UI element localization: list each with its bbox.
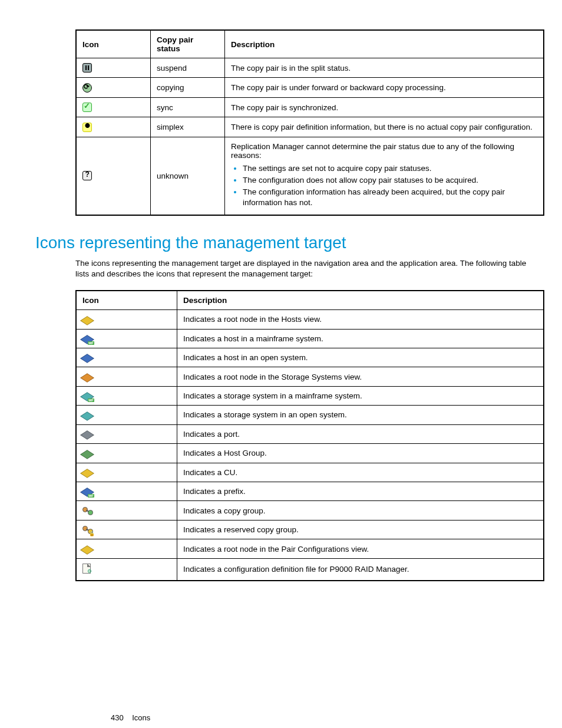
cu-icon (82, 469, 92, 477)
reserved-copy-group-icon (82, 526, 93, 534)
page-number: 430 (111, 713, 124, 722)
table-row: Indicates a root node in the Storage Sys… (76, 367, 544, 386)
desc-cell: Indicates a copy group. (177, 501, 544, 520)
desc-cell: Indicates a prefix. (177, 482, 544, 501)
desc-cell: The copy pair is synchronized. (225, 97, 544, 117)
storage-mainframe-icon (82, 392, 92, 400)
desc-cell: The copy pair is in the split status. (225, 58, 544, 78)
table-row: Indicates a storage system in a mainfram… (76, 386, 544, 405)
desc-cell: Indicates a storage system in an open sy… (177, 406, 544, 424)
refresh-icon (82, 83, 92, 93)
status-cell: simplex (151, 117, 225, 137)
page-footer: 430 Icons (111, 713, 150, 722)
desc-cell: Indicates a root node in the Hosts view. (177, 310, 544, 329)
th-icon: Icon (76, 30, 151, 58)
table-row: Indicates a host in a mainframe system. (76, 329, 544, 348)
desc-cell: Indicates a root node in the Pair Config… (177, 539, 544, 558)
desc-cell: Indicates a reserved copy group. (177, 520, 544, 539)
hosts-root-icon (82, 316, 92, 324)
table-row: Indicates a prefix. (76, 482, 544, 501)
table-row: Indicates a storage system in an open sy… (76, 406, 544, 424)
table-row: Indicates a Host Group. (76, 444, 544, 463)
host-open-icon (82, 354, 92, 362)
desc-cell: Indicates a root node in the Storage Sys… (177, 367, 544, 386)
table-row: simplex There is copy pair definition in… (76, 117, 544, 137)
table-row: Indicates a CU. (76, 463, 544, 482)
host-group-icon (82, 450, 92, 458)
config-def-file-icon (82, 564, 91, 574)
table-row: unknown Replication Manager cannot deter… (76, 137, 544, 215)
desc-intro: Replication Manager cannot determine the… (231, 142, 514, 160)
table-row: Indicates a root node in the Pair Config… (76, 539, 544, 558)
status-cell: sync (151, 97, 225, 117)
th-status: Copy pair status (151, 30, 225, 58)
table-row: sync The copy pair is synchronized. (76, 97, 544, 117)
table-row: Indicates a configuration definition fil… (76, 558, 544, 581)
storage-open-icon (82, 411, 92, 420)
storage-root-icon (82, 373, 92, 381)
table-row: Indicates a copy group. (76, 501, 544, 520)
desc-cell: Indicates a Host Group. (177, 444, 544, 463)
section-intro: The icons representing the management ta… (75, 258, 541, 279)
list-item: The configuration information has alread… (243, 187, 537, 208)
copy-pair-status-table: Icon Copy pair status Description suspen… (75, 29, 544, 216)
port-icon (82, 430, 92, 439)
table-row: Indicates a root node in the Hosts view. (76, 310, 544, 329)
host-mainframe-icon (82, 335, 92, 343)
reason-list: The settings are set not to acquire copy… (231, 163, 537, 209)
desc-cell: Indicates a storage system in a mainfram… (177, 386, 544, 405)
footer-section: Icons (132, 713, 150, 722)
table-row: Indicates a port. (76, 424, 544, 443)
table-row: suspend The copy pair is in the split st… (76, 58, 544, 78)
simplex-icon (82, 123, 92, 132)
management-target-table: Icon Description Indicates a root node i… (75, 290, 544, 581)
status-cell: copying (151, 78, 225, 97)
pair-config-root-icon (82, 545, 92, 554)
th-description: Description (225, 30, 544, 58)
pause-icon (82, 63, 92, 73)
th-description: Description (177, 291, 544, 310)
table-row: copying The copy pair is under forward o… (76, 78, 544, 97)
list-item: The configuration does not allow copy pa… (243, 175, 537, 186)
desc-cell: Indicates a CU. (177, 463, 544, 482)
prefix-icon (82, 487, 92, 496)
list-item: The settings are set not to acquire copy… (243, 163, 537, 174)
desc-cell: Indicates a port. (177, 424, 544, 443)
table-row: Indicates a reserved copy group. (76, 520, 544, 539)
desc-cell: The copy pair is under forward or backwa… (225, 78, 544, 97)
check-icon (82, 103, 92, 112)
desc-cell: There is copy pair definition informatio… (225, 117, 544, 137)
desc-cell: Indicates a host in a mainframe system. (177, 329, 544, 348)
section-heading: Icons representing the management target (35, 233, 524, 252)
status-cell: suspend (151, 58, 225, 78)
desc-cell: Indicates a host in an open system. (177, 348, 544, 367)
th-icon: Icon (76, 291, 177, 310)
desc-cell: Indicates a configuration definition fil… (177, 558, 544, 581)
status-cell: unknown (151, 137, 225, 215)
table-row: Indicates a host in an open system. (76, 348, 544, 367)
copy-group-icon (82, 507, 93, 515)
unknown-icon (82, 171, 92, 180)
desc-cell: Replication Manager cannot determine the… (225, 137, 544, 215)
